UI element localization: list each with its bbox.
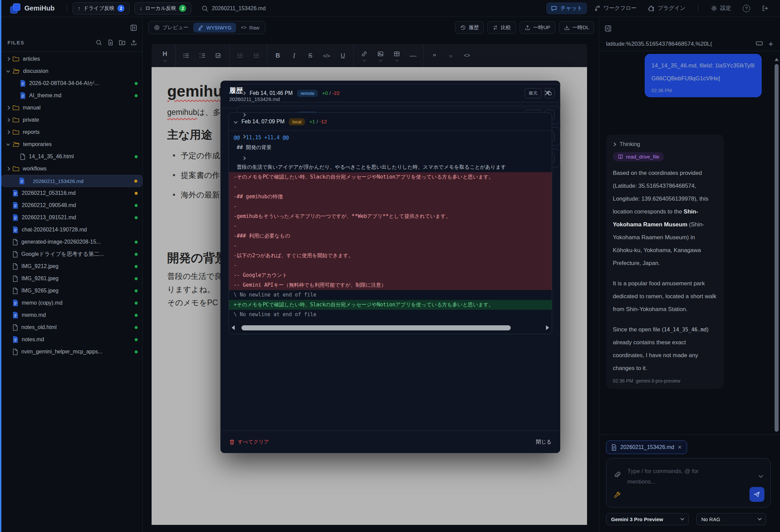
tab-raw[interactable]: <> Raw (237, 23, 264, 33)
tab-wysiwyg[interactable]: WYSIWYG (193, 23, 236, 33)
heading-button[interactable]: H (158, 47, 172, 64)
file-tree-item[interactable]: memo (copy).md (1, 297, 142, 309)
chat-scrollbar-thumb[interactable] (775, 64, 779, 432)
italic-button[interactable]: I (287, 47, 301, 64)
preview-icon (154, 25, 160, 30)
file-tree-item[interactable]: 20260212_090548.md (1, 199, 142, 211)
chevron-down-icon (379, 58, 382, 61)
tab-workflow[interactable]: ワークフロー (590, 2, 641, 14)
horizontal-rule-button[interactable]: — (406, 47, 420, 64)
thinking-toggle[interactable]: Thinking (613, 141, 717, 147)
attach-icon[interactable] (613, 471, 621, 481)
file-tree-item[interactable]: notes_old.html (1, 321, 142, 333)
sync-status-dot (135, 192, 138, 195)
modal-close-button[interactable] (543, 88, 552, 98)
model-select[interactable]: Gemini 3 Pro Preview (606, 513, 689, 525)
file-tree-item[interactable]: generated-image-20260208-15... (1, 236, 142, 248)
chat-input[interactable]: Type / for commands, @ for mentions... (606, 458, 771, 508)
ordered-list-button[interactable]: 1.2. (195, 47, 210, 64)
file-tree-item[interactable]: nvim_gemini_helper_mcp_apps... (1, 346, 142, 358)
file-tree-item[interactable]: 2026-02-08T04-34-04-AIが... (1, 77, 142, 89)
link-button[interactable] (357, 47, 371, 64)
file-search-icon[interactable] (96, 39, 102, 46)
code-block-button[interactable]: <> (460, 47, 474, 64)
scroll-left-icon[interactable] (232, 325, 235, 330)
send-button[interactable] (749, 487, 764, 502)
underline-button[interactable]: U (336, 47, 350, 64)
scrollbar-thumb[interactable] (241, 325, 511, 330)
file-tree-item[interactable]: workflows (1, 163, 142, 175)
tools-wrench-icon[interactable] (614, 491, 621, 500)
table-button[interactable] (390, 47, 404, 64)
temp-upload-label: 一時UP (533, 24, 550, 31)
nested-quote-button[interactable]: » (444, 47, 458, 64)
temp-download-button[interactable]: 一時DL (559, 21, 594, 34)
drive-sync-button[interactable]: ↑ ドライブ反映 2 (73, 2, 130, 15)
file-tree-item[interactable]: chat-20260214-190728.md (1, 224, 142, 236)
local-sync-button[interactable]: ↓ ローカル反映 2 (134, 2, 191, 15)
panel-expand-button[interactable] (603, 24, 613, 33)
inline-code-button[interactable]: </> (319, 47, 334, 64)
file-tree-item[interactable]: discussion (1, 65, 142, 77)
file-tree-item[interactable]: reports (1, 126, 142, 138)
scrollbar-track[interactable] (237, 325, 543, 330)
file-tree-item[interactable]: 20260212_053116.md (1, 187, 142, 199)
file-tree-item[interactable]: articles (1, 53, 142, 65)
sidebar-collapse-button[interactable] (129, 23, 138, 33)
rag-select[interactable]: No RAG (696, 513, 766, 525)
task-list-button[interactable] (212, 47, 226, 64)
upload-icon[interactable] (131, 39, 137, 46)
file-tree-item[interactable]: IMG_9261.jpeg (1, 272, 142, 285)
tool-call-chip[interactable]: read_drive_file (613, 152, 664, 161)
tab-preview[interactable]: プレビュー (150, 22, 193, 33)
file-tree-item[interactable]: Googleドライブを思考する第二... (1, 248, 142, 260)
close-modal-button[interactable]: 閉じる (536, 439, 551, 445)
restore-button[interactable]: 復元 (525, 88, 542, 98)
bullet-list-button[interactable] (179, 47, 193, 64)
new-chat-icon[interactable]: + (768, 41, 773, 47)
image-button[interactable] (373, 47, 388, 64)
global-search[interactable]: 20260211_153426.md (201, 5, 266, 12)
indent-button[interactable] (233, 47, 247, 64)
file-tree-item[interactable]: 20260213_091521.md (1, 211, 142, 224)
search-icon (201, 5, 208, 12)
file-tree-item[interactable]: IMG_9212.jpeg (1, 260, 142, 272)
file-tree-item[interactable]: manual (1, 102, 142, 114)
clear-all-button[interactable]: すべてクリア (229, 439, 269, 445)
scroll-up-icon[interactable] (775, 58, 779, 61)
file-tree-item[interactable]: AI_theme.md (1, 89, 142, 102)
file-tree-item[interactable]: memo.md (1, 309, 142, 321)
file-tree-item[interactable]: 20260211_153426.md (1, 175, 142, 187)
chevron-down-icon[interactable] (759, 473, 763, 478)
bold-button[interactable]: B (271, 47, 285, 64)
logout-button[interactable] (757, 3, 773, 14)
history-entry-header[interactable]: Feb 14, 07:09 PM local +1 / -12 (229, 113, 552, 130)
file-tree-item[interactable]: IMG_9265.jpeg (1, 285, 142, 297)
tab-chat[interactable]: チャット (546, 2, 587, 14)
sync-status-dot (135, 253, 138, 256)
new-file-icon[interactable] (107, 39, 114, 46)
file-tree-item[interactable]: 14_14_35_46.html (1, 150, 142, 163)
outdent-button[interactable] (249, 47, 264, 64)
remove-attachment-icon[interactable]: ✕ (678, 444, 682, 450)
history-button[interactable]: 履歴 (455, 21, 484, 34)
file-tree-item[interactable]: private (1, 114, 142, 126)
scroll-right-icon[interactable] (546, 325, 549, 330)
file-name-label: 20260212_090548.md (22, 202, 76, 208)
strikethrough-button[interactable]: S (303, 47, 317, 64)
file-type-icon (13, 214, 18, 221)
new-folder-icon[interactable] (119, 39, 125, 46)
temp-upload-button[interactable]: 一時UP (520, 21, 555, 34)
blockquote-button[interactable]: ” (427, 47, 442, 64)
file-tree-item[interactable]: temporaries (1, 138, 142, 150)
compare-button[interactable]: 比較 (487, 21, 516, 34)
help-button[interactable]: ? (738, 2, 755, 15)
file-tree-item[interactable]: notes.md (1, 333, 142, 346)
tab-plugin[interactable]: プラグイン (644, 2, 690, 14)
drive-icon[interactable] (756, 40, 763, 48)
chat-scrollbar (774, 58, 779, 427)
added-count: +1 (309, 119, 315, 124)
attached-file-chip[interactable]: 20260211_153426.md ✕ (606, 441, 687, 454)
settings-button[interactable]: 設定 (706, 2, 736, 14)
history-entry-header[interactable]: Feb 14, 01:46 PM remote +0 / -22 復元 (237, 84, 560, 102)
